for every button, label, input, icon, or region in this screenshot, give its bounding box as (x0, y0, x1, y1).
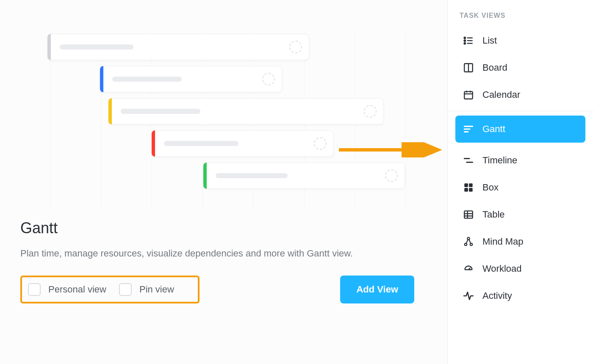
svg-rect-22 (464, 211, 473, 218)
list-icon (463, 35, 474, 46)
bar-accent (47, 34, 51, 60)
sidebar-item-activity[interactable]: Activity (455, 282, 585, 309)
task-views-sidebar: TASK VIEWS ListBoardCalendarGanttTimelin… (447, 0, 593, 364)
svg-point-26 (467, 237, 469, 240)
gantt-bar (203, 163, 405, 189)
workload-icon (463, 263, 474, 274)
sidebar-item-label: Box (482, 182, 499, 193)
gantt-bar (108, 98, 384, 124)
sidebar-item-list[interactable]: List (455, 27, 585, 54)
gantt-preview-illustration (20, 30, 410, 207)
svg-rect-21 (469, 188, 473, 192)
assignee-placeholder-icon (314, 137, 327, 150)
personal-view-label: Personal view (48, 284, 106, 295)
placeholder-text-icon (112, 77, 182, 82)
assignee-placeholder-icon (289, 41, 302, 53)
assignee-placeholder-icon (262, 73, 275, 85)
view-title: Gantt (20, 219, 430, 237)
placeholder-text-icon (216, 173, 288, 178)
svg-rect-20 (464, 188, 468, 192)
sidebar-item-label: Workload (482, 263, 522, 274)
sidebar-item-workload[interactable]: Workload (455, 255, 585, 282)
sidebar-item-board[interactable]: Board (455, 54, 585, 81)
svg-rect-9 (464, 91, 473, 99)
pin-view-option[interactable]: Pin view (119, 283, 174, 296)
svg-point-5 (464, 43, 466, 44)
bar-accent (108, 98, 112, 124)
sidebar-item-box[interactable]: Box (455, 174, 585, 201)
svg-point-28 (470, 243, 472, 245)
sidebar-item-table[interactable]: Table (455, 201, 585, 228)
personal-view-option[interactable]: Personal view (28, 283, 106, 296)
placeholder-text-icon (164, 141, 238, 146)
bar-accent (203, 163, 207, 189)
sidebar-item-label: List (482, 35, 497, 46)
gantt-bar (47, 34, 309, 60)
svg-point-3 (464, 40, 466, 41)
checkbox-icon[interactable] (28, 283, 41, 296)
gantt-bar (152, 130, 334, 157)
add-view-button[interactable]: Add View (340, 276, 414, 303)
board-icon (463, 62, 474, 73)
placeholder-text-icon (60, 44, 133, 50)
svg-point-27 (465, 243, 467, 245)
checkbox-icon[interactable] (119, 283, 132, 296)
svg-point-1 (464, 37, 466, 39)
options-row: Personal view Pin view Add View (20, 276, 414, 303)
sidebar-item-calendar[interactable]: Calendar (455, 81, 585, 108)
sidebar-items: ListBoardCalendarGanttTimelineBoxTableMi… (455, 27, 585, 309)
svg-rect-19 (469, 183, 473, 187)
sidebar-item-label: Board (482, 62, 507, 73)
mindmap-icon (463, 236, 474, 247)
box-icon (463, 182, 474, 193)
sidebar-item-label: Gantt (482, 124, 505, 135)
calendar-icon (463, 89, 474, 100)
sidebar-item-mindmap[interactable]: Mind Map (455, 228, 585, 255)
assignee-placeholder-icon (364, 105, 377, 118)
svg-rect-18 (464, 183, 468, 187)
timeline-icon (463, 155, 474, 166)
sidebar-item-label: Timeline (482, 155, 517, 166)
activity-icon (463, 290, 474, 301)
view-options-highlight: Personal view Pin view (20, 276, 200, 303)
placeholder-text-icon (121, 109, 200, 114)
assignee-placeholder-icon (385, 169, 398, 182)
main-content: Gantt Plan time, manage resources, visua… (0, 0, 447, 364)
gantt-icon (463, 124, 474, 135)
sidebar-header: TASK VIEWS (455, 12, 585, 27)
sidebar-item-timeline[interactable]: Timeline (455, 147, 585, 174)
sidebar-item-label: Table (482, 209, 505, 220)
table-icon (463, 209, 474, 220)
sidebar-item-label: Calendar (482, 89, 520, 100)
bar-accent (100, 66, 103, 92)
sidebar-item-label: Mind Map (482, 236, 524, 247)
view-description: Plan time, manage resources, visualize d… (20, 245, 389, 261)
bar-accent (152, 130, 155, 157)
sidebar-item-gantt[interactable]: Gantt (455, 116, 585, 143)
sidebar-item-label: Activity (482, 290, 512, 301)
gantt-bar (100, 66, 282, 92)
sidebar-divider (448, 111, 593, 111)
pin-view-label: Pin view (139, 284, 174, 295)
